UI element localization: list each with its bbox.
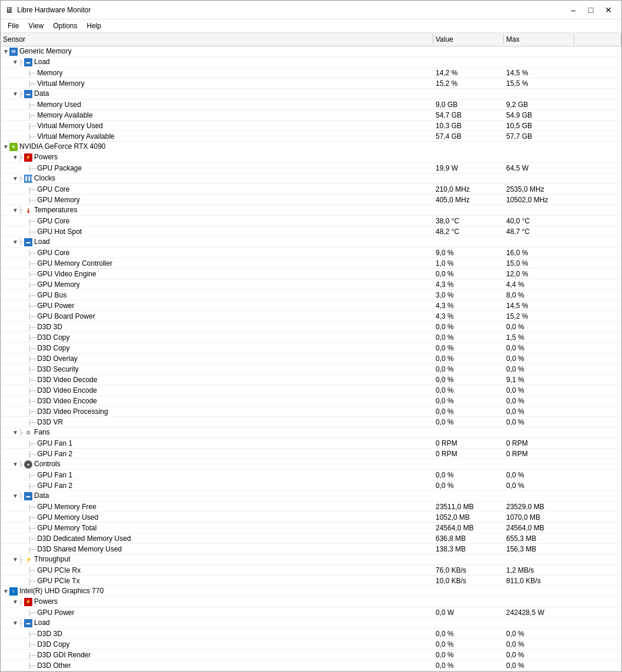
sensor-label: GPU Core <box>37 249 69 257</box>
sensor-label: Generic Memory <box>19 47 72 55</box>
sensor-name-cell: ├─GPU Fan 2 <box>1 481 433 490</box>
maximize-button[interactable]: □ <box>583 4 599 16</box>
collapse-icon[interactable]: ▼ <box>12 239 18 245</box>
table-row: ├─GPU PCIe Rx76,0 KB/s1,2 MB/s <box>1 565 621 576</box>
close-button[interactable]: ✕ <box>600 4 617 16</box>
value-cell: 0,0 % <box>433 333 504 342</box>
extra-cell <box>574 263 621 264</box>
value-cell: 0 RPM <box>433 449 504 459</box>
value-cell: 0,0 % <box>433 650 504 660</box>
value-cell: 0,0 % <box>433 343 504 353</box>
max-cell <box>504 146 574 148</box>
value-cell: 9,0 % <box>433 248 504 258</box>
table-row[interactable]: ▼├▬Load <box>1 618 621 628</box>
extra-cell <box>574 115 621 116</box>
extra-cell <box>574 422 621 423</box>
collapse-icon[interactable]: ▼ <box>3 588 9 594</box>
title-bar: 🖥 Libre Hardware Monitor – □ ✕ <box>1 1 621 19</box>
value-cell: 0,0 % <box>433 354 504 363</box>
collapse-icon[interactable]: ▼ <box>12 461 18 467</box>
sensor-label: Intel(R) UHD Graphics 770 <box>19 587 103 595</box>
extra-cell <box>574 485 621 486</box>
collapse-icon[interactable]: ▼ <box>12 599 18 605</box>
max-cell: 0,0 % <box>504 322 574 332</box>
table-row: ├─GPU Package19,9 W64,5 W <box>1 163 621 173</box>
value-cell: 3,0 % <box>433 290 504 300</box>
table-row[interactable]: ▼├⚡Powers <box>1 152 621 163</box>
table-row: ├─GPU Memory Free23511,0 MB23529,0 MB <box>1 502 621 512</box>
table-row[interactable]: ▼├▐▐▐Clocks <box>1 173 621 184</box>
sensor-name-cell: ├─Virtual Memory Used <box>1 121 433 131</box>
max-cell <box>504 62 574 63</box>
sensor-name-cell: ├─GPU Memory <box>1 280 433 289</box>
sensor-name-cell: ▼├▬Data <box>1 89 433 99</box>
table-row[interactable]: ▼├●Controls <box>1 459 621 470</box>
sensor-name-cell: ├─GPU Power <box>1 301 433 310</box>
collapse-icon[interactable]: ▼ <box>12 59 18 65</box>
sensor-label: D3D Overlay <box>37 355 78 363</box>
extra-cell <box>574 210 621 211</box>
extra-cell <box>574 326 621 327</box>
sensor-name-cell: ├─D3D Other <box>1 661 433 670</box>
menu-help[interactable]: Help <box>82 21 106 31</box>
table-row[interactable]: ▼├⚡Throughput <box>1 554 621 565</box>
col-sensor[interactable]: Sensor <box>1 34 433 45</box>
table-row[interactable]: ▼MGeneric Memory <box>1 46 621 57</box>
menu-file[interactable]: File <box>3 21 24 31</box>
table-row[interactable]: ▼NNVIDIA GeForce RTX 4090 <box>1 142 621 152</box>
max-cell: 156,3 MB <box>504 544 574 554</box>
extra-cell <box>574 580 621 581</box>
table-row[interactable]: ▼├⚙Fans <box>1 427 621 438</box>
col-value[interactable]: Value <box>433 34 504 45</box>
table-row[interactable]: ▼├▬Load <box>1 237 621 248</box>
sensor-name-cell: ▼├●Controls <box>1 459 433 469</box>
table-row: ├─D3D Dedicated Memory Used636,8 MB655,3… <box>1 533 621 544</box>
sensor-label: GPU Memory Free <box>37 503 96 511</box>
col-max[interactable]: Max <box>504 34 574 45</box>
value-cell <box>433 623 504 624</box>
sensor-label: Virtual Memory Available <box>37 132 115 141</box>
collapse-icon[interactable]: ▼ <box>3 143 9 150</box>
collapse-icon[interactable]: ▼ <box>12 207 18 213</box>
table-row[interactable]: ▼├🌡Temperatures <box>1 205 621 216</box>
collapse-icon[interactable]: ▼ <box>12 493 18 499</box>
sensor-name-cell: ├─GPU Core <box>1 185 433 194</box>
collapse-icon[interactable]: ▼ <box>12 429 18 436</box>
table-row: ├─GPU Hot Spot48,2 °C48,7 °C <box>1 226 621 237</box>
table-row: ├─D3D 3D0,0 %0,0 % <box>1 322 621 332</box>
max-cell <box>504 464 574 465</box>
collapse-icon[interactable]: ▼ <box>12 91 18 97</box>
table-row[interactable]: ▼├▬Data <box>1 491 621 502</box>
collapse-icon[interactable]: ▼ <box>12 154 18 161</box>
sensor-name-cell: ▼├▬Load <box>1 618 433 628</box>
max-cell <box>504 178 574 179</box>
max-cell: 10502,0 MHz <box>504 195 574 205</box>
max-cell: 54,9 GB <box>504 111 574 120</box>
menu-view[interactable]: View <box>24 21 48 31</box>
extra-cell <box>574 125 621 126</box>
sensor-name-cell: ▼MGeneric Memory <box>1 46 433 56</box>
sensor-label: Memory Available <box>37 111 93 119</box>
max-cell: 14,5 % <box>504 68 574 78</box>
menu-options[interactable]: Options <box>48 21 82 31</box>
tree-view[interactable]: ▼MGeneric Memory▼├▬Load├─Memory14,2 %14,… <box>1 46 621 671</box>
collapse-icon[interactable]: ▼ <box>12 556 18 563</box>
collapse-icon[interactable]: ▼ <box>3 48 9 55</box>
sensor-label: D3D Copy <box>37 333 69 342</box>
table-row[interactable]: ▼├⚡Powers <box>1 597 621 607</box>
extra-cell <box>574 601 621 603</box>
sensor-name-cell: ▼├▬Load <box>1 237 433 247</box>
collapse-icon[interactable]: ▼ <box>12 620 18 626</box>
table-row[interactable]: ▼├▬Load <box>1 57 621 68</box>
table-row[interactable]: ▼iIntel(R) UHD Graphics 770 <box>1 586 621 597</box>
minimize-button[interactable]: – <box>565 4 581 16</box>
extra-cell <box>574 157 621 158</box>
value-cell: 10,0 KB/s <box>433 576 504 586</box>
sensor-label: GPU Memory Total <box>37 524 96 532</box>
table-row: ├─D3D GDI Render0,0 %0,0 % <box>1 650 621 660</box>
extra-cell <box>574 220 621 222</box>
extra-cell <box>574 347 621 349</box>
collapse-icon[interactable]: ▼ <box>12 175 18 182</box>
sensor-name-cell: ├─Virtual Memory Available <box>1 132 433 141</box>
table-row[interactable]: ▼├▬Data <box>1 89 621 99</box>
